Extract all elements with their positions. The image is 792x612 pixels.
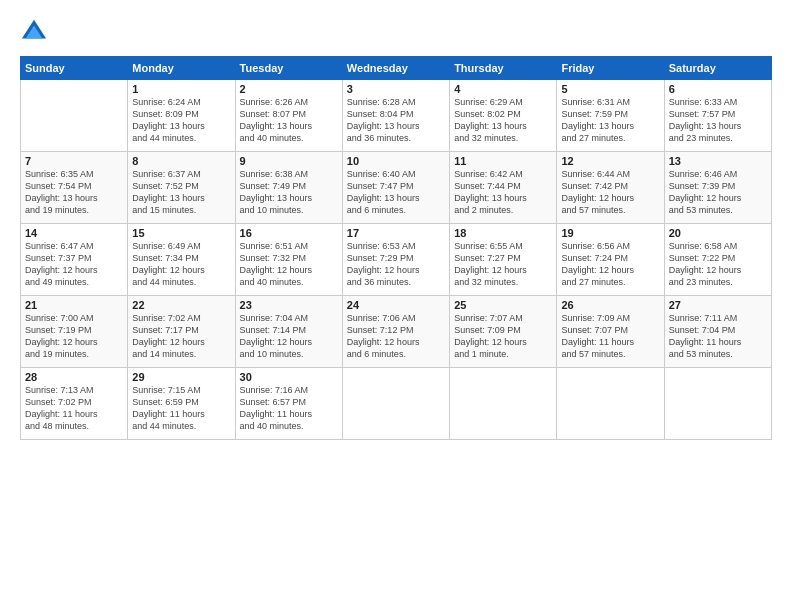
day-number: 17 [347,227,445,239]
weekday-header-wednesday: Wednesday [342,57,449,80]
calendar-cell: 2Sunrise: 6:26 AMSunset: 8:07 PMDaylight… [235,80,342,152]
day-info: Sunrise: 6:24 AMSunset: 8:09 PMDaylight:… [132,96,230,145]
day-number: 3 [347,83,445,95]
week-row-4: 21Sunrise: 7:00 AMSunset: 7:19 PMDayligh… [21,296,772,368]
calendar-cell [450,368,557,440]
day-info: Sunrise: 6:53 AMSunset: 7:29 PMDaylight:… [347,240,445,289]
day-number: 13 [669,155,767,167]
day-info: Sunrise: 6:46 AMSunset: 7:39 PMDaylight:… [669,168,767,217]
calendar-cell [21,80,128,152]
day-number: 18 [454,227,552,239]
calendar-cell: 17Sunrise: 6:53 AMSunset: 7:29 PMDayligh… [342,224,449,296]
calendar-cell: 19Sunrise: 6:56 AMSunset: 7:24 PMDayligh… [557,224,664,296]
week-row-5: 28Sunrise: 7:13 AMSunset: 7:02 PMDayligh… [21,368,772,440]
day-info: Sunrise: 6:49 AMSunset: 7:34 PMDaylight:… [132,240,230,289]
calendar-cell: 24Sunrise: 7:06 AMSunset: 7:12 PMDayligh… [342,296,449,368]
day-info: Sunrise: 7:07 AMSunset: 7:09 PMDaylight:… [454,312,552,361]
weekday-header-monday: Monday [128,57,235,80]
logo-icon [20,18,48,46]
day-number: 27 [669,299,767,311]
day-info: Sunrise: 6:31 AMSunset: 7:59 PMDaylight:… [561,96,659,145]
weekday-header-row: SundayMondayTuesdayWednesdayThursdayFrid… [21,57,772,80]
day-number: 25 [454,299,552,311]
calendar-cell: 11Sunrise: 6:42 AMSunset: 7:44 PMDayligh… [450,152,557,224]
day-info: Sunrise: 6:26 AMSunset: 8:07 PMDaylight:… [240,96,338,145]
calendar-cell: 29Sunrise: 7:15 AMSunset: 6:59 PMDayligh… [128,368,235,440]
day-number: 30 [240,371,338,383]
calendar-cell: 23Sunrise: 7:04 AMSunset: 7:14 PMDayligh… [235,296,342,368]
day-info: Sunrise: 7:04 AMSunset: 7:14 PMDaylight:… [240,312,338,361]
day-info: Sunrise: 7:15 AMSunset: 6:59 PMDaylight:… [132,384,230,433]
calendar-cell: 6Sunrise: 6:33 AMSunset: 7:57 PMDaylight… [664,80,771,152]
calendar-cell: 13Sunrise: 6:46 AMSunset: 7:39 PMDayligh… [664,152,771,224]
day-info: Sunrise: 7:00 AMSunset: 7:19 PMDaylight:… [25,312,123,361]
day-number: 28 [25,371,123,383]
calendar-cell: 21Sunrise: 7:00 AMSunset: 7:19 PMDayligh… [21,296,128,368]
day-number: 10 [347,155,445,167]
day-number: 5 [561,83,659,95]
day-number: 29 [132,371,230,383]
week-row-3: 14Sunrise: 6:47 AMSunset: 7:37 PMDayligh… [21,224,772,296]
day-info: Sunrise: 7:02 AMSunset: 7:17 PMDaylight:… [132,312,230,361]
day-info: Sunrise: 7:11 AMSunset: 7:04 PMDaylight:… [669,312,767,361]
day-number: 4 [454,83,552,95]
calendar-cell: 27Sunrise: 7:11 AMSunset: 7:04 PMDayligh… [664,296,771,368]
calendar-cell: 30Sunrise: 7:16 AMSunset: 6:57 PMDayligh… [235,368,342,440]
calendar-cell: 14Sunrise: 6:47 AMSunset: 7:37 PMDayligh… [21,224,128,296]
day-number: 1 [132,83,230,95]
calendar-cell: 10Sunrise: 6:40 AMSunset: 7:47 PMDayligh… [342,152,449,224]
day-info: Sunrise: 6:28 AMSunset: 8:04 PMDaylight:… [347,96,445,145]
calendar-cell [557,368,664,440]
calendar-page: SundayMondayTuesdayWednesdayThursdayFrid… [0,0,792,612]
day-number: 12 [561,155,659,167]
day-number: 20 [669,227,767,239]
day-info: Sunrise: 6:37 AMSunset: 7:52 PMDaylight:… [132,168,230,217]
day-info: Sunrise: 6:42 AMSunset: 7:44 PMDaylight:… [454,168,552,217]
week-row-1: 1Sunrise: 6:24 AMSunset: 8:09 PMDaylight… [21,80,772,152]
day-info: Sunrise: 6:33 AMSunset: 7:57 PMDaylight:… [669,96,767,145]
calendar-cell: 22Sunrise: 7:02 AMSunset: 7:17 PMDayligh… [128,296,235,368]
day-number: 21 [25,299,123,311]
weekday-header-thursday: Thursday [450,57,557,80]
calendar-cell: 4Sunrise: 6:29 AMSunset: 8:02 PMDaylight… [450,80,557,152]
calendar-cell: 18Sunrise: 6:55 AMSunset: 7:27 PMDayligh… [450,224,557,296]
day-info: Sunrise: 6:47 AMSunset: 7:37 PMDaylight:… [25,240,123,289]
header [20,18,772,46]
day-number: 19 [561,227,659,239]
calendar-cell [664,368,771,440]
day-number: 14 [25,227,123,239]
calendar-cell: 26Sunrise: 7:09 AMSunset: 7:07 PMDayligh… [557,296,664,368]
calendar-cell: 7Sunrise: 6:35 AMSunset: 7:54 PMDaylight… [21,152,128,224]
day-info: Sunrise: 6:56 AMSunset: 7:24 PMDaylight:… [561,240,659,289]
day-number: 16 [240,227,338,239]
day-info: Sunrise: 6:40 AMSunset: 7:47 PMDaylight:… [347,168,445,217]
weekday-header-friday: Friday [557,57,664,80]
calendar-cell [342,368,449,440]
calendar-cell: 5Sunrise: 6:31 AMSunset: 7:59 PMDaylight… [557,80,664,152]
day-info: Sunrise: 7:09 AMSunset: 7:07 PMDaylight:… [561,312,659,361]
calendar-table: SundayMondayTuesdayWednesdayThursdayFrid… [20,56,772,440]
logo [20,18,52,46]
day-info: Sunrise: 7:16 AMSunset: 6:57 PMDaylight:… [240,384,338,433]
day-number: 23 [240,299,338,311]
day-number: 15 [132,227,230,239]
calendar-cell: 1Sunrise: 6:24 AMSunset: 8:09 PMDaylight… [128,80,235,152]
day-number: 6 [669,83,767,95]
calendar-cell: 8Sunrise: 6:37 AMSunset: 7:52 PMDaylight… [128,152,235,224]
day-info: Sunrise: 7:06 AMSunset: 7:12 PMDaylight:… [347,312,445,361]
day-number: 24 [347,299,445,311]
calendar-cell: 25Sunrise: 7:07 AMSunset: 7:09 PMDayligh… [450,296,557,368]
calendar-cell: 9Sunrise: 6:38 AMSunset: 7:49 PMDaylight… [235,152,342,224]
calendar-cell: 28Sunrise: 7:13 AMSunset: 7:02 PMDayligh… [21,368,128,440]
day-info: Sunrise: 6:44 AMSunset: 7:42 PMDaylight:… [561,168,659,217]
calendar-cell: 16Sunrise: 6:51 AMSunset: 7:32 PMDayligh… [235,224,342,296]
day-number: 2 [240,83,338,95]
calendar-cell: 15Sunrise: 6:49 AMSunset: 7:34 PMDayligh… [128,224,235,296]
weekday-header-saturday: Saturday [664,57,771,80]
calendar-cell: 3Sunrise: 6:28 AMSunset: 8:04 PMDaylight… [342,80,449,152]
day-number: 22 [132,299,230,311]
day-info: Sunrise: 7:13 AMSunset: 7:02 PMDaylight:… [25,384,123,433]
week-row-2: 7Sunrise: 6:35 AMSunset: 7:54 PMDaylight… [21,152,772,224]
day-number: 11 [454,155,552,167]
day-info: Sunrise: 6:38 AMSunset: 7:49 PMDaylight:… [240,168,338,217]
